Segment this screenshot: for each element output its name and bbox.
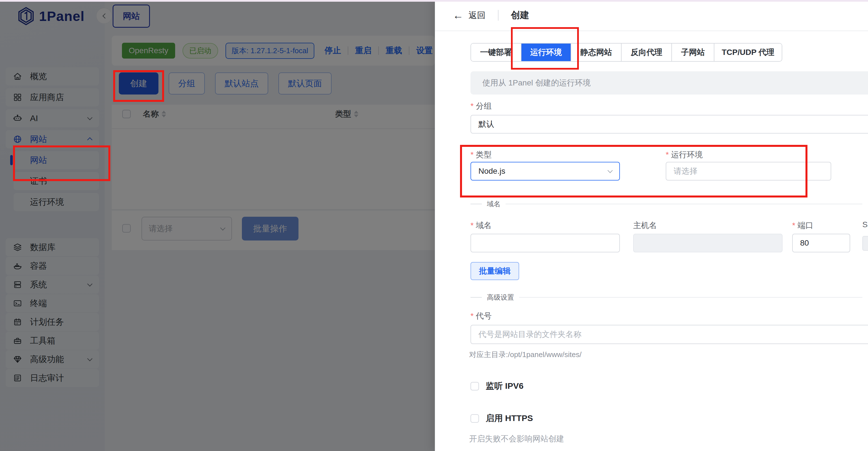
domain-field-label: 域名: [470, 220, 492, 231]
batch-edit-button[interactable]: 批量编辑: [470, 262, 519, 280]
window-top-strip: [0, 0, 868, 2]
domain-section-label: 域名: [487, 200, 500, 209]
https-check-row: 启用 HTTPS: [470, 413, 533, 424]
drawer-tab-3[interactable]: 反向代理: [622, 43, 672, 61]
annotation-box-runtime-tab: [511, 27, 579, 69]
https-checkbox[interactable]: [470, 414, 479, 423]
header-divider: [498, 10, 498, 21]
port-input[interactable]: 80: [792, 234, 850, 252]
domain-section-divider: 域名: [470, 200, 862, 209]
info-banner: 使用从 1Panel 创建的运行环境: [470, 71, 868, 94]
drawer-header: ← 返回 创建: [435, 0, 868, 31]
port-field-label: 端口: [792, 220, 813, 231]
alias-help-text: 对应主目录:/opt/1panel/www/sites/: [469, 350, 581, 360]
drawer-title: 创建: [511, 9, 529, 22]
advanced-section-divider: 高级设置: [470, 293, 862, 302]
ipv6-check-row: 监听 IPV6: [470, 380, 523, 392]
drawer-tab-4[interactable]: 子网站: [672, 43, 714, 61]
drawer-tab-5[interactable]: TCP/UDP 代理: [714, 43, 782, 61]
group-select[interactable]: 默认: [470, 115, 868, 133]
hostname-input: [633, 234, 782, 252]
ipv6-label: 监听 IPV6: [486, 380, 523, 392]
modal-overlay[interactable]: [0, 0, 435, 451]
https-label: 启用 HTTPS: [486, 413, 533, 424]
screen: 1Panel 概览应用商店AI网站网站证书运行环境数据库容器系统终端计划任务工具…: [0, 0, 868, 451]
domain-input[interactable]: [470, 234, 620, 252]
hostname-field-label: 主机名: [633, 220, 657, 231]
port-value: 80: [800, 239, 809, 247]
alias-field-label: 代号: [470, 311, 492, 322]
ssl-select[interactable]: [862, 236, 868, 251]
alias-input[interactable]: 代号是网站目录的文件夹名称: [470, 325, 868, 344]
back-button[interactable]: 返回: [468, 10, 486, 21]
back-arrow-icon[interactable]: ←: [453, 9, 463, 22]
group-select-value: 默认: [478, 119, 494, 129]
ipv6-checkbox[interactable]: [470, 382, 479, 390]
ssl-field-label: SSL: [862, 220, 868, 229]
create-drawer: ← 返回 创建 一键部署运行环境静态网站反向代理子网站TCP/UDP 代理 使用…: [435, 0, 868, 451]
group-field-label: 分组: [470, 101, 492, 112]
alias-placeholder: 代号是网站目录的文件夹名称: [478, 329, 581, 340]
https-help-text: 开启失败不会影响网站创建: [469, 433, 564, 444]
annotation-box-type-row: [460, 145, 807, 198]
advanced-section-label: 高级设置: [487, 293, 514, 302]
annotation-box-sidebar-website: [13, 145, 110, 181]
annotation-box-create-button: [113, 70, 164, 102]
